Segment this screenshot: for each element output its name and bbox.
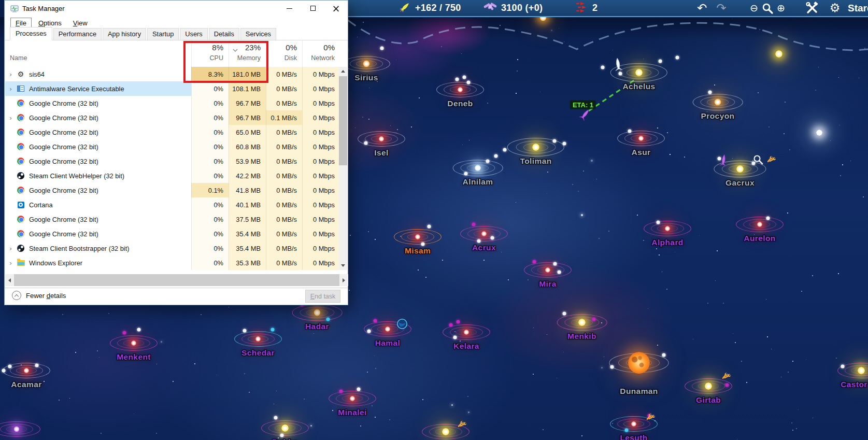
expand-chevron-icon[interactable]: › [5,114,15,122]
background-star [583,171,584,172]
table-row[interactable]: › Antimalware Service Executable 0% 108.… [5,81,340,96]
background-star [375,368,376,369]
background-star [735,342,736,343]
planet-dot [243,329,247,333]
tab-startup[interactable]: Startup [147,28,179,40]
minimize-button[interactable] [278,1,301,16]
table-row[interactable]: › Cortana 0% 40.1 MB 0 MB/s 0 Mbps [5,197,340,212]
eta-label: ETA: 1 [570,101,596,109]
scroll-right-button[interactable] [339,274,348,286]
background-star [758,92,759,93]
disk-value: 0.1 MB/s [266,110,302,125]
table-row[interactable]: › Google Chrome (32 bit) 0% 35.4 MB 0 MB… [5,226,340,241]
system-label: Misam [405,246,431,256]
wrench-icon [643,411,656,424]
table-row[interactable]: › Steam Client WebHelper (32 bit) 0% 42.… [5,168,340,183]
column-header-name[interactable]: Name [10,54,27,62]
background-star [244,373,245,374]
process-icon-chrome [15,158,27,165]
settings-button[interactable]: ⚙ [827,0,843,16]
maximize-button[interactable] [301,1,324,16]
tab-app-history[interactable]: App history [103,28,146,40]
titlebar[interactable]: Task Manager × [5,1,348,17]
background-star [75,352,76,353]
background-star [838,77,839,78]
close-button[interactable]: × [324,1,348,16]
planet-dot [467,81,471,84]
background-star [643,59,644,59]
zoom-in-button[interactable]: ⊕ [773,0,789,16]
tools-button[interactable] [804,0,820,16]
planet-dot [563,312,566,316]
ship-white-icon[interactable] [609,55,627,75]
horizontal-scrollbar[interactable] [5,274,348,286]
ship-purple-icon[interactable] [715,152,732,171]
network-value: 0 Mbps [302,212,340,226]
menu-item-view[interactable]: View [68,18,92,28]
table-row[interactable]: › Windows Explorer 0% 35.3 MB 0 MB/s 0 M… [5,256,340,270]
chrome-icon [17,129,24,136]
star-glow [131,340,136,346]
planet-dot [453,336,457,339]
end-task-button[interactable]: End task [305,290,340,303]
table-row[interactable]: › Google Chrome (32 bit) 0% 96.7 MB 0.1 … [5,110,340,125]
scroll-down-button[interactable] [339,261,347,270]
column-header-network[interactable]: Network [302,54,335,62]
expand-chevron-icon[interactable]: › [5,70,15,78]
folder-icon [17,260,25,266]
table-row[interactable]: › Google Chrome (32 bit) 0% 65.0 MB 0 MB… [5,125,340,139]
background-star [733,333,733,334]
memory-value: 35.4 MB [229,226,266,241]
menu-item-options[interactable]: Options [34,18,66,28]
expand-chevron-icon[interactable]: › [5,245,15,252]
memory-value: 35.4 MB [229,241,266,256]
background-star [390,125,391,126]
column-header-memory[interactable]: Memory [229,54,261,62]
planet-dot [725,384,729,387]
planet-dot [123,331,126,335]
column-header-cpu[interactable]: CPU [191,54,223,62]
disk-value: 0 MB/s [266,256,302,270]
redo-button[interactable]: ↷ [714,0,729,16]
tab-details[interactable]: Details [209,28,239,40]
table-row[interactable]: › Google Chrome (32 bit) 0% 60.8 MB 0 MB… [5,139,340,154]
planet-dot [494,154,498,158]
table-row[interactable]: › Google Chrome (32 bit) 0.1% 41.8 MB 0 … [5,183,340,197]
column-header-disk[interactable]: Disk [266,54,297,62]
system-label: Dunaman [620,387,658,396]
table-row[interactable]: › Google Chrome (32 bit) 0% 53.9 MB 0 MB… [5,154,340,168]
process-icon-chrome [15,143,27,150]
tab-users[interactable]: Users [180,28,207,40]
horizontal-scroll-thumb[interactable] [14,274,339,286]
star-glow [442,428,449,435]
table-row[interactable]: › ⚙ sis64 8.3% 181.0 MB 0 MB/s 0 Mbps [5,67,340,81]
table-row[interactable]: › Google Chrome (32 bit) 0% 96.7 MB 0 MB… [5,96,340,110]
process-icon-gear: ⚙ [15,70,27,78]
undo-button[interactable]: ↶ [694,0,710,16]
scroll-left-button[interactable] [5,274,14,286]
table-row[interactable]: › Steam Client Bootstrapper (32 bit) 0% … [5,241,340,256]
expand-chevron-icon[interactable]: › [5,259,15,267]
star-glow [350,396,355,401]
background-star [97,350,98,351]
fewer-details-toggle[interactable]: Fewer details [12,291,66,300]
system-label: Hadar [305,322,329,331]
process-name: Google Chrome (32 bit) [27,114,98,122]
background-star [362,117,363,118]
tab-services[interactable]: Services [240,28,276,40]
tab-performance[interactable]: Performance [53,28,102,40]
scroll-up-button[interactable] [339,67,347,76]
disk-value: 0 MB/s [266,241,302,256]
vertical-scroll-thumb[interactable] [339,76,347,165]
planet-dot [2,369,6,373]
tab-processes[interactable]: Processes [10,27,52,40]
process-name: Windows Explorer [27,259,82,267]
redo-icon: ↷ [716,2,726,14]
process-icon-chrome [15,100,27,107]
background-star [274,404,274,404]
expand-chevron-icon[interactable]: › [5,85,15,93]
vertical-scrollbar[interactable] [339,67,347,270]
background-star [374,356,375,356]
star-glow [775,50,782,58]
table-row[interactable]: › Google Chrome (32 bit) 0% 37.5 MB 0 MB… [5,212,340,226]
